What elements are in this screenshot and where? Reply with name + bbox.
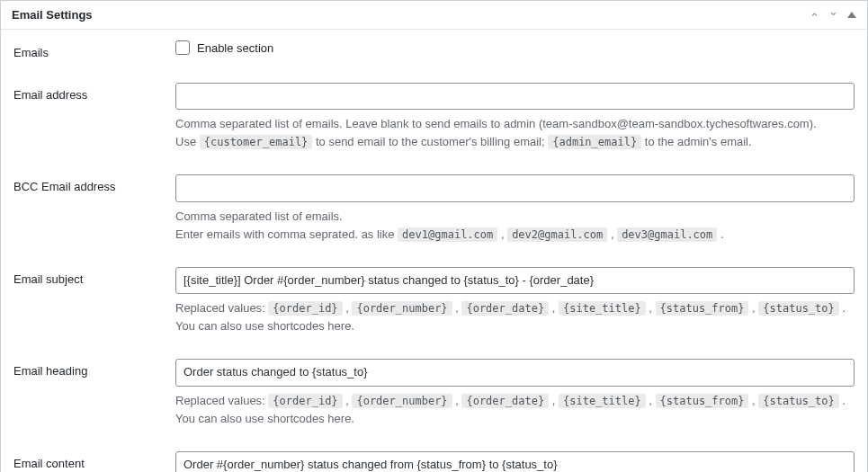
field-row-email-address: Email address Comma separated list of em… [13,83,855,151]
subject-input[interactable] [175,267,855,294]
enable-section-label[interactable]: Enable section [197,41,273,55]
emails-label: Emails [13,40,175,59]
content-label: Email content [13,451,175,470]
bcc-label: BCC Email address [13,174,175,193]
bcc-input[interactable] [175,174,855,201]
subject-label: Email subject [13,267,175,286]
field-row-heading: Email heading Replaced values: {order_id… [13,359,855,427]
field-row-subject: Email subject Replaced values: {order_id… [13,267,855,335]
panel-body: Emails Enable section Email address Comm… [1,30,867,472]
collapse-toggle-icon[interactable] [847,12,856,18]
move-up-icon[interactable] [810,8,819,22]
email-address-input[interactable] [175,83,855,110]
email-address-label: Email address [13,83,175,102]
enable-section-checkbox[interactable] [175,40,190,55]
email-settings-panel: Email Settings Emails Enable section Ema… [0,0,868,472]
field-row-enable: Emails Enable section [13,40,855,59]
field-row-bcc: BCC Email address Comma separated list o… [13,174,855,243]
field-row-content: Email content [13,451,855,472]
move-down-icon[interactable] [828,8,838,22]
subject-help: Replaced values: {order_id} , {order_num… [175,299,855,335]
panel-header: Email Settings [1,1,867,30]
email-address-help: Comma separated list of emails. Leave bl… [175,115,855,151]
enable-section-control: Enable section [175,40,855,55]
panel-controls [810,8,856,22]
panel-title: Email Settings [12,8,93,22]
heading-help: Replaced values: {order_id} , {order_num… [175,392,855,428]
content-textarea[interactable] [175,451,855,472]
heading-label: Email heading [13,359,175,378]
heading-input[interactable] [175,359,855,386]
bcc-help: Comma separated list of emails. Enter em… [175,208,855,244]
